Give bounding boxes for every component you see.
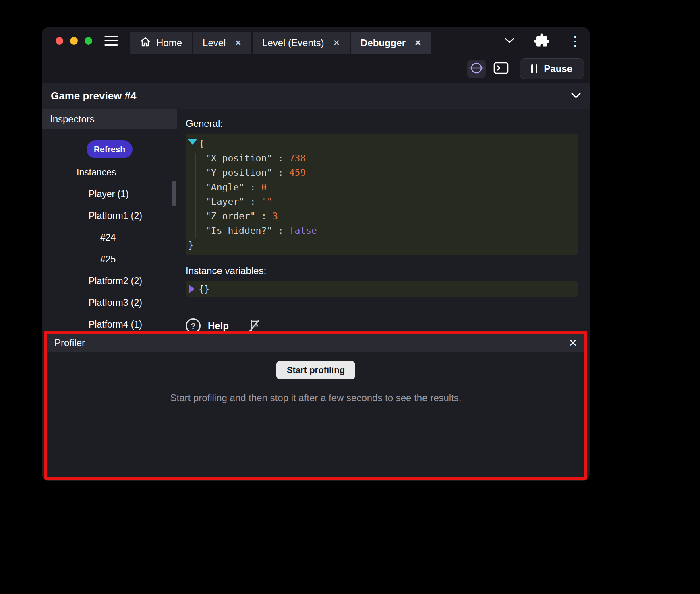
pause-button[interactable]: Pause: [520, 58, 584, 79]
profiler-panel: Profiler ✕ Start profiling Start profili…: [44, 331, 587, 480]
kebab-menu-icon[interactable]: ⋮: [569, 35, 582, 47]
pause-button-label: Pause: [544, 63, 572, 74]
variables-collapsed-value: {}: [199, 284, 210, 294]
tree-item-platform1[interactable]: Platform1 (2): [42, 205, 177, 227]
general-section-label: General:: [186, 118, 590, 129]
inspectors-header: Inspectors: [42, 109, 177, 129]
json-entry-z-order: "Z order" : 3: [186, 209, 578, 223]
profiler-hint-text: Start profiling and then stop it after a…: [170, 392, 461, 404]
json-entry-x-position: "X position" : 738: [186, 151, 578, 165]
debugger-window: Home Level ✕ Level (Events) ✕ Debugger ✕: [42, 27, 590, 481]
home-icon: [140, 37, 151, 50]
titlebar-actions: ⋮: [504, 27, 582, 54]
titlebar: Home Level ✕ Level (Events) ✕ Debugger ✕: [42, 27, 590, 54]
json-close-brace: }: [186, 238, 578, 252]
tab-label: Home: [156, 37, 182, 49]
close-icon[interactable]: ✕: [414, 38, 422, 48]
game-preview-title: Game preview #4: [51, 90, 136, 102]
expander-triangle-right-icon[interactable]: [189, 285, 195, 293]
scrollbar[interactable]: [172, 181, 176, 206]
refresh-button[interactable]: Refresh: [87, 140, 133, 158]
pause-icon: [531, 64, 537, 73]
indent-guide: [195, 153, 196, 238]
tree-item-player[interactable]: Player (1): [42, 183, 177, 205]
game-preview-header[interactable]: Game preview #4: [42, 83, 590, 109]
chevron-down-icon[interactable]: [504, 37, 515, 45]
console-button[interactable]: [492, 61, 510, 77]
json-open-brace: {: [186, 136, 578, 151]
tab-label: Level: [203, 37, 226, 49]
json-entry-layer: "Layer" : "": [186, 194, 578, 209]
tree-item-instance-24[interactable]: #24: [42, 227, 177, 248]
json-entry-angle: "Angle" : 0: [186, 180, 578, 194]
expander-triangle-down-icon[interactable]: [188, 139, 197, 145]
start-profiling-button[interactable]: Start profiling: [276, 361, 355, 380]
close-window-button[interactable]: [56, 37, 63, 45]
extension-puzzle-icon[interactable]: [534, 33, 549, 50]
tree-item-platform3[interactable]: Platform3 (2): [42, 292, 177, 314]
chevron-down-icon[interactable]: [571, 93, 581, 100]
profiler-title: Profiler: [54, 337, 85, 349]
tab-debugger[interactable]: Debugger ✕: [351, 32, 431, 54]
tree-item-instances[interactable]: Instances: [42, 161, 177, 183]
profiler-header: Profiler ✕: [47, 334, 584, 352]
tab-bar: Home Level ✕ Level (Events) ✕ Debugger ✕: [130, 32, 431, 54]
tab-label: Debugger: [360, 37, 406, 49]
instances-tree: Instances Player (1) Platform1 (2) #24 #…: [42, 161, 177, 335]
help-label[interactable]: Help: [208, 320, 229, 332]
close-icon[interactable]: ✕: [333, 38, 340, 48]
instance-variables-viewer: {}: [186, 281, 578, 297]
general-json-viewer: { "X position" : 738 "Y position" : 459 …: [186, 134, 578, 255]
tab-level-events[interactable]: Level (Events) ✕: [253, 32, 350, 54]
tree-item-platform2[interactable]: Platform2 (2): [42, 270, 177, 292]
close-icon[interactable]: ✕: [234, 38, 242, 48]
tree-item-instance-25[interactable]: #25: [42, 248, 177, 270]
minimize-window-button[interactable]: [70, 37, 78, 45]
json-entry-y-position: "Y position" : 459: [186, 165, 578, 180]
hamburger-menu-icon[interactable]: [104, 36, 118, 46]
tab-level[interactable]: Level ✕: [193, 32, 251, 54]
zoom-window-button[interactable]: [85, 37, 92, 45]
traffic-lights: [42, 37, 104, 45]
console-icon: [493, 62, 509, 76]
profiler-toggle-button[interactable]: [467, 60, 486, 78]
json-entry-is-hidden: "Is hidden?" : false: [186, 223, 578, 238]
tab-label: Level (Events): [262, 37, 324, 49]
speedometer-icon: [468, 60, 485, 78]
tab-home[interactable]: Home: [130, 32, 192, 54]
close-icon[interactable]: ✕: [569, 337, 577, 349]
debugger-toolbar: Pause: [42, 54, 590, 83]
instance-variables-label: Instance variables:: [186, 265, 590, 276]
profiler-body: Start profiling Start profiling and then…: [47, 352, 584, 404]
